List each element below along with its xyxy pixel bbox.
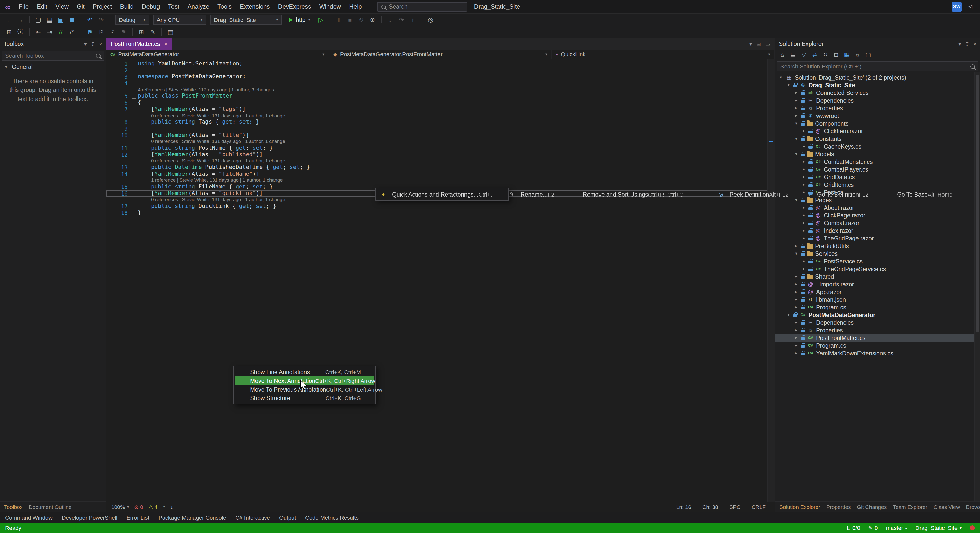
tree-item-postmetadatagenerator[interactable]: ▾C#PostMetaDataGenerator — [775, 311, 974, 318]
tree-item-dependencies[interactable]: ▸⊟Dependencies — [775, 318, 974, 326]
preview-selected-items-icon[interactable]: ▢ — [864, 50, 873, 59]
tool-window-tab-error-list[interactable]: Error List — [127, 514, 149, 520]
code-cleanup-icon[interactable]: ✎ — [148, 27, 158, 37]
step-over-icon[interactable]: ↷ — [396, 14, 407, 25]
menu-file[interactable]: File — [14, 0, 33, 13]
chevron-collapsed-icon[interactable]: ▸ — [801, 144, 807, 149]
tree-item-imports-razor[interactable]: ▸@_Imports.razor — [775, 280, 974, 288]
chevron-collapsed-icon[interactable]: ▸ — [801, 129, 807, 133]
panel-tab-class-view[interactable]: Class View — [934, 504, 960, 510]
panel-tab-toolbox[interactable]: Toolbox — [4, 504, 22, 510]
menu-item-go-to-base[interactable]: Go To BaseAlt+Home — [882, 190, 966, 199]
next-issue-icon[interactable]: ↓ — [170, 504, 173, 510]
tree-item-services[interactable]: ▾Services — [775, 250, 974, 257]
indent-increase-icon[interactable]: ⇥ — [45, 27, 55, 37]
menu-edit[interactable]: Edit — [33, 0, 51, 13]
tree-item-models[interactable]: ▾Models — [775, 150, 974, 158]
chevron-collapsed-icon[interactable]: ▸ — [801, 175, 807, 179]
chevron-collapsed-icon[interactable]: ▸ — [801, 236, 807, 240]
tree-item-about-razor[interactable]: ▸@About.razor — [775, 204, 974, 212]
menu-devexpress[interactable]: DevExpress — [274, 0, 315, 13]
search-box[interactable]: Search — [377, 2, 467, 11]
chevron-collapsed-icon[interactable]: ▸ — [794, 98, 799, 103]
tool-window-tab-c-interactive[interactable]: C# Interactive — [235, 514, 270, 520]
pin-icon[interactable]: ↧ — [965, 41, 969, 47]
call-hierarchy-icon[interactable]: ⊞ — [136, 27, 146, 37]
tool-window-tab-package-manager-console[interactable]: Package Manager Console — [159, 514, 226, 520]
tree-item-clickitem-razor[interactable]: ▸@ClickItem.razor — [775, 127, 974, 135]
tree-item-yamlmarkdownextensions-cs[interactable]: ▸C#YamlMarkDownExtensions.cs — [775, 349, 974, 357]
home-icon[interactable]: ⌂ — [778, 50, 787, 59]
tree-item-postservice-cs[interactable]: ▸C#PostService.cs — [775, 257, 974, 265]
breadcrumb-segment-0[interactable]: C#PostMetaDataGenerator▾ — [106, 49, 329, 59]
find-icon[interactable]: ◎ — [425, 14, 436, 25]
chevron-expanded-icon[interactable]: ▾ — [778, 75, 783, 80]
chevron-collapsed-icon[interactable]: ▸ — [801, 167, 807, 172]
tree-item-griddata-cs[interactable]: ▸C#GridData.cs — [775, 173, 974, 181]
breadcrumb-segment-1[interactable]: ◆PostMetaDataGenerator.PostFrontMatter▾ — [329, 49, 552, 59]
chevron-collapsed-icon[interactable]: ▸ — [794, 343, 799, 348]
chevron-collapsed-icon[interactable]: ▸ — [794, 336, 799, 340]
tree-item-properties[interactable]: ▸☼Properties — [775, 104, 974, 112]
chevron-expanded-icon[interactable]: ▾ — [786, 312, 791, 317]
code-lines[interactable]: 1using YamlDotNet.Serialization;23namesp… — [106, 59, 767, 502]
startup-project-dropdown[interactable]: Drag_Static_Site▾ — [210, 15, 282, 24]
bookmark-toggle-icon[interactable]: ⚑ — [85, 27, 95, 37]
menu-test[interactable]: Test — [164, 0, 183, 13]
attach-to-process-icon[interactable]: ⊕ — [367, 14, 377, 25]
close-icon[interactable]: × — [99, 41, 102, 47]
tree-item-program-cs[interactable]: ▸C#Program.cs — [775, 303, 974, 311]
spaces-indicator[interactable]: SPC — [729, 504, 740, 510]
tree-item-cachekeys-cs[interactable]: ▸C#CacheKeys.cs — [775, 142, 974, 150]
chevron-collapsed-icon[interactable]: ▸ — [794, 282, 799, 286]
switch-views-icon[interactable]: ▤ — [789, 50, 798, 59]
float-window-icon[interactable]: ▭ — [765, 41, 770, 47]
notification-dot[interactable] — [970, 525, 975, 530]
submenu-item-show-structure[interactable]: Show StructureCtrl+K, Ctrl+G — [235, 394, 374, 402]
tree-item-libman-json[interactable]: ▸{}libman.json — [775, 296, 974, 303]
tree-item-index-razor[interactable]: ▸@Index.razor — [775, 227, 974, 234]
tree-item-combat-razor[interactable]: ▸@Combat.razor — [775, 219, 974, 227]
sync-with-active-document-icon[interactable]: ⇄ — [810, 50, 819, 59]
tab-postfrontmatter[interactable]: PostFrontMatter.cs × — [106, 38, 172, 49]
panel-tab-solution-explorer[interactable]: Solution Explorer — [780, 504, 820, 510]
pending-changes-filter-icon[interactable]: ▽ — [799, 50, 808, 59]
chevron-collapsed-icon[interactable]: ▸ — [801, 213, 807, 218]
breadcrumb-segment-2[interactable]: ▪QuickLink▾ — [552, 49, 775, 59]
tool-window-tab-developer-powershell[interactable]: Developer PowerShell — [62, 514, 118, 520]
chevron-collapsed-icon[interactable]: ▸ — [801, 228, 807, 233]
chevron-collapsed-icon[interactable]: ▸ — [801, 259, 807, 263]
chevron-collapsed-icon[interactable]: ▸ — [794, 274, 799, 279]
warning-count[interactable]: ⚠ 4 — [148, 504, 158, 510]
tree-item-wwwroot[interactable]: ▸⊕wwwroot — [775, 112, 974, 119]
save-icon[interactable]: ▣ — [56, 14, 66, 25]
tree-item-program-cs[interactable]: ▸C#Program.cs — [775, 342, 974, 349]
toolbox-search-input[interactable]: Search Toolbox — [2, 51, 104, 61]
menu-project[interactable]: Project — [89, 0, 116, 13]
tree-item-drag-static-site[interactable]: ▾⊕Drag_Static_Site — [775, 81, 974, 89]
platform-dropdown[interactable]: Any CPU▾ — [153, 15, 206, 24]
uncomment-selection-icon[interactable]: /* — [67, 27, 77, 37]
restart-icon[interactable]: ↻ — [356, 14, 366, 25]
tree-item-griditem-cs[interactable]: ▸C#GridItem.cs — [775, 181, 974, 188]
step-out-icon[interactable]: ↑ — [407, 14, 418, 25]
menu-analyze[interactable]: Analyze — [183, 0, 213, 13]
tool-window-tab-output[interactable]: Output — [279, 514, 296, 520]
indent-decrease-icon[interactable]: ⇤ — [33, 27, 43, 37]
panel-tab-git-changes[interactable]: Git Changes — [857, 504, 887, 510]
chevron-collapsed-icon[interactable]: ▸ — [794, 305, 799, 309]
menu-tools[interactable]: Tools — [213, 0, 236, 13]
start-debug-button[interactable]: ▶http▾ — [285, 14, 313, 25]
tree-item-connected-services[interactable]: ▸⇌Connected Services — [775, 89, 974, 97]
tree-item-app-razor[interactable]: ▸@App.razor — [775, 288, 974, 296]
break-all-icon[interactable]: ‖ — [334, 14, 344, 25]
fold-marker[interactable]: − — [130, 93, 138, 100]
tool-window-tab-command-window[interactable]: Command Window — [5, 514, 52, 520]
line-ending-indicator[interactable]: CRLF — [752, 504, 765, 510]
chevron-expanded-icon[interactable]: ▾ — [794, 121, 799, 126]
navigate-backward-icon[interactable]: ← — [4, 14, 14, 25]
chevron-collapsed-icon[interactable]: ▸ — [794, 297, 799, 302]
toolbox-section-general[interactable]: ▾ General — [0, 62, 106, 72]
start-without-debugging-icon[interactable]: ▷ — [316, 14, 326, 25]
redo-icon[interactable]: ↷ — [96, 14, 106, 25]
